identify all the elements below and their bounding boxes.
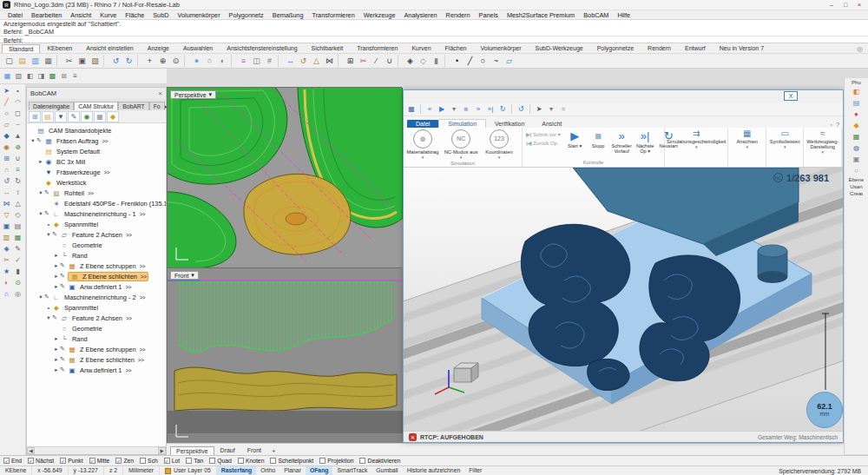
freeform-icon[interactable]: ~ [12, 119, 23, 130]
y-coordinate[interactable]: y -13.227 [69, 466, 104, 475]
tree-item[interactable]: •◆Spannmittel [27, 302, 166, 313]
expand-icon[interactable]: ▸ [53, 273, 60, 280]
tree-item[interactable]: ▸◉BC 3x Mill [27, 156, 166, 167]
toolbar-tab-neu-in-version-7[interactable]: Neu in Version 7 [713, 43, 771, 53]
tree-item-expand-suffix[interactable]: >> [141, 274, 147, 280]
play-caret-icon[interactable]: ▾ [449, 103, 459, 115]
tree-item[interactable]: ▸✎▦Z Ebene schruppen>> [27, 344, 166, 354]
simulation-close-button[interactable]: X [784, 91, 798, 101]
lock-tool-icon[interactable]: ▮ [12, 266, 23, 277]
cam-tab-cam-struktur[interactable]: CAM Struktur [74, 102, 118, 110]
menu-item-werkzeuge[interactable]: Werkzeuge [359, 11, 400, 19]
expand-icon[interactable]: ▸ [37, 158, 44, 165]
toggle-ofang[interactable]: OFang [306, 466, 333, 475]
split-icon[interactable]: ∕ [370, 55, 383, 68]
panel-record-icon[interactable]: ● [851, 109, 863, 120]
menu-item-subd[interactable]: SubD [148, 11, 173, 19]
tree-item-expand-suffix[interactable]: >> [125, 367, 131, 373]
tree-item-expand-suffix[interactable]: >> [125, 284, 131, 290]
tree-item-expand-suffix[interactable]: >> [126, 232, 132, 238]
cut-icon[interactable]: ✂ [62, 55, 76, 68]
osnap-knoten[interactable]: Knoten [238, 458, 265, 464]
hide-icon[interactable]: ◇ [417, 55, 430, 68]
toolpath-display-button[interactable]: ≈Werkzeugweg-Darstellung▾ [804, 128, 842, 167]
annotate-icon[interactable]: ✎ [12, 243, 23, 254]
scale-icon[interactable]: △ [310, 55, 323, 68]
edit-pencil-icon[interactable]: ✎ [60, 262, 68, 269]
collapse-icon[interactable]: ▾ [45, 231, 52, 238]
tree-item-expand-suffix[interactable]: >> [138, 357, 144, 363]
array-tool-icon[interactable]: ⊞ [1, 153, 12, 164]
union-icon[interactable]: ∪ [12, 153, 23, 164]
osnap-scheitelpunkt[interactable]: Scheitelpunkt [270, 458, 313, 464]
checkbox-icon[interactable] [319, 458, 326, 464]
expand-icon[interactable]: ▸ [53, 346, 60, 353]
checkbox-icon[interactable] [209, 458, 215, 464]
toolbar-options-icon[interactable]: ◎ [857, 45, 863, 53]
toggle-ortho[interactable]: Ortho [256, 466, 279, 475]
play-icon[interactable]: ▶ [437, 103, 447, 115]
properties-icon[interactable]: ◫ [250, 55, 263, 68]
tree-item[interactable]: ◆Werkstück [27, 177, 166, 188]
repeat-icon[interactable]: ↻ [497, 103, 508, 115]
cam-panel-scrollbar[interactable]: ◀ ▶ [27, 446, 166, 454]
toolbar-tab-ansicht-einstellen[interactable]: Ansicht einstellen [79, 43, 140, 53]
skip-end-icon[interactable]: »| [485, 103, 496, 115]
cam-tab-dateneingabe[interactable]: Dateneingabe [29, 102, 74, 110]
next-op-button[interactable]: »|Nächste Op ▾ [634, 129, 657, 154]
grid-icon[interactable]: # [263, 55, 276, 68]
checkbox-checked-icon[interactable]: ✓ [60, 458, 66, 464]
collapse-icon[interactable]: ▾ [30, 137, 36, 144]
tree-item[interactable]: ▤System Default [27, 146, 166, 156]
osnap-zen[interactable]: ✓Zen [115, 458, 134, 464]
tree-item[interactable]: ▾✎▱Feature 2 Achsen>> [27, 229, 166, 240]
mirror-tool-icon[interactable]: ⋈ [1, 198, 12, 209]
expand-icon[interactable]: ▸ [53, 335, 60, 342]
toolbar-tab-polygonnetze[interactable]: Polygonnetze [590, 43, 641, 53]
scale-down-icon[interactable]: ▽ [1, 209, 12, 221]
cam-tab-bobart[interactable]: BobART [118, 102, 149, 110]
scale-up-icon[interactable]: △ [12, 198, 23, 209]
tree-item[interactable]: ▤CAM Standardobjekte [27, 125, 166, 135]
views-button[interactable]: ▦Ansichten▾ [728, 128, 766, 167]
toggle-smarttrack[interactable]: SmartTrack [332, 466, 372, 475]
tree-item[interactable]: ▾✎▧Rohteil>> [27, 188, 166, 198]
gem-icon[interactable]: ◈ [1, 243, 12, 254]
panel-display-icon[interactable]: ▦ [851, 131, 863, 142]
edit-pencil-icon[interactable]: ✎ [60, 346, 68, 353]
arc-tool-icon[interactable]: ◠ [12, 96, 23, 108]
circle-icon[interactable]: ○ [477, 55, 490, 68]
expand-icon[interactable]: ▸ [53, 356, 60, 363]
fill-icon[interactable]: ▣ [1, 221, 12, 232]
osnap-sch[interactable]: Sch [140, 458, 158, 464]
target-icon[interactable]: ◎ [12, 288, 23, 300]
osnap-mitte[interactable]: ✓Mitte [89, 458, 110, 464]
toolbars-button[interactable]: ▭Symbolleisten▾ [766, 128, 805, 167]
checkbox-checked-icon[interactable]: ✓ [28, 458, 34, 464]
save-file-icon[interactable]: ▥ [29, 55, 42, 68]
intersect-icon[interactable]: ∩ [1, 164, 12, 175]
tools-library-icon[interactable]: ▼ [55, 111, 67, 122]
mesh-icon[interactable]: ▦ [12, 232, 23, 243]
osnap-tan[interactable]: Tan [186, 458, 203, 464]
collapse-icon[interactable]: ▾ [37, 189, 44, 196]
tree-item-selected[interactable]: ▸✎▦Z Ebene schlichten>> [27, 271, 166, 281]
edit-pencil-icon[interactable]: ✎ [60, 283, 68, 290]
edit-pencil-icon[interactable]: ✎ [44, 294, 52, 300]
options-icon[interactable]: = [558, 103, 569, 115]
front-canvas[interactable] [168, 268, 403, 444]
toolbar-tab-anzeige[interactable]: Anzeige [141, 43, 176, 53]
menu-item-bema-ung[interactable]: Bemaßung [268, 11, 308, 19]
sim-tab-ansicht[interactable]: Ansicht [533, 120, 570, 128]
toolbar-tab-kurven[interactable]: Kurven [404, 43, 437, 53]
tree-item[interactable]: ▸└Rand [27, 250, 166, 261]
menu-item-hilfe[interactable]: Hilfe [613, 11, 635, 19]
solid-icon[interactable]: ◆ [1, 130, 12, 142]
tree-item-expand-suffix[interactable]: >> [126, 315, 132, 321]
refresh-icon[interactable]: ↺ [516, 103, 526, 115]
menu-item-fl-che[interactable]: Fläche [121, 11, 148, 19]
toolbar-tab-standard[interactable]: Standard [2, 44, 40, 53]
tree-item[interactable]: ▾✎▦Fräsen Auftrag>> [27, 135, 166, 146]
osnap-lot[interactable]: ✓Lot [164, 458, 180, 464]
osnap-nächst[interactable]: ✓Nächst [28, 458, 54, 464]
